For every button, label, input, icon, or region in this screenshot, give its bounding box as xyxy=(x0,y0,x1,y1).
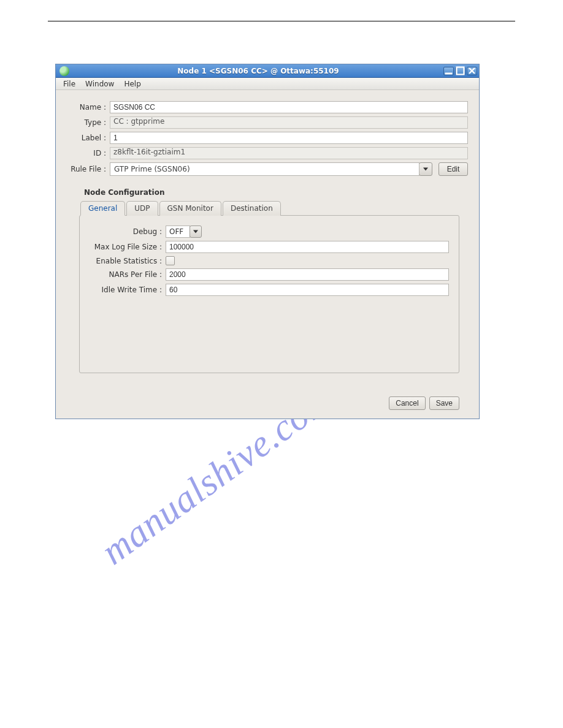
tab-udp[interactable]: UDP xyxy=(126,201,158,216)
maximize-button[interactable] xyxy=(455,67,465,75)
window-content: Name : Type : CC : gtpprime Label : ID :… xyxy=(56,90,479,419)
max-log-file-size-input[interactable] xyxy=(166,241,449,253)
menubar: File Window Help xyxy=(56,78,479,90)
window-title: Node 1 <SGSN06 CC> @ Ottawa:55109 xyxy=(73,67,443,75)
type-label: Type : xyxy=(67,118,110,127)
nars-per-file-input[interactable] xyxy=(166,268,449,281)
chevron-down-icon xyxy=(193,230,198,233)
nars-per-file-label: NARs Per File : xyxy=(90,270,166,279)
window-controls xyxy=(443,67,477,75)
chevron-down-icon xyxy=(423,167,428,171)
section-title-node-configuration: Node Configuration xyxy=(84,188,468,197)
debug-label: Debug : xyxy=(90,227,166,236)
minimize-button[interactable] xyxy=(443,67,454,75)
label-input[interactable] xyxy=(110,132,468,144)
row-type: Type : CC : gtpprime xyxy=(67,116,468,129)
svg-rect-0 xyxy=(445,73,453,75)
id-label: ID : xyxy=(67,149,110,157)
titlebar: Node 1 <SGSN06 CC> @ Ottawa:55109 xyxy=(56,64,479,78)
row-debug: Debug : OFF xyxy=(90,226,449,238)
tab-gsn-monitor[interactable]: GSN Monitor xyxy=(159,201,221,216)
tab-strip: General UDP GSN Monitor Destination xyxy=(80,200,468,215)
close-icon xyxy=(467,66,477,75)
debug-value: OFF xyxy=(166,226,190,238)
rule-file-dropdown-button[interactable] xyxy=(419,162,432,176)
row-label: Label : xyxy=(67,132,468,144)
menu-file[interactable]: File xyxy=(58,78,80,89)
tab-destination[interactable]: Destination xyxy=(223,201,281,216)
debug-combo[interactable]: OFF xyxy=(166,226,202,238)
menu-window[interactable]: Window xyxy=(80,78,119,89)
horizontal-rule xyxy=(48,21,515,21)
cancel-button[interactable]: Cancel xyxy=(389,396,425,410)
idle-write-time-input[interactable] xyxy=(166,284,449,296)
enable-statistics-checkbox[interactable] xyxy=(166,256,175,265)
close-button[interactable] xyxy=(467,67,477,75)
minimize-icon xyxy=(444,66,453,75)
tab-general[interactable]: General xyxy=(80,201,125,216)
maximize-icon xyxy=(456,66,465,75)
app-window: Node 1 <SGSN06 CC> @ Ottawa:55109 File W… xyxy=(55,64,480,419)
app-icon xyxy=(59,66,69,76)
id-value: z8kflt-16it-gztiaim1 xyxy=(110,147,468,159)
debug-dropdown-button[interactable] xyxy=(190,226,202,238)
row-id: ID : z8kflt-16it-gztiaim1 xyxy=(67,147,468,159)
row-name: Name : xyxy=(67,101,468,113)
footer-buttons: Cancel Save xyxy=(67,396,459,410)
rule-file-value: GTP Prime (SGSN06) xyxy=(114,165,190,173)
row-rule-file: Rule File : GTP Prime (SGSN06) Edit xyxy=(67,162,468,176)
enable-statistics-label: Enable Statistics : xyxy=(90,257,166,265)
menu-help[interactable]: Help xyxy=(119,78,145,89)
row-nars-per-file: NARs Per File : xyxy=(90,268,449,281)
svg-rect-1 xyxy=(457,67,464,75)
rule-file-label: Rule File : xyxy=(67,165,110,173)
edit-button[interactable]: Edit xyxy=(439,162,468,176)
save-button[interactable]: Save xyxy=(429,396,459,410)
row-enable-statistics: Enable Statistics : xyxy=(90,256,449,265)
idle-write-time-label: Idle Write Time : xyxy=(90,286,166,294)
rule-file-combo[interactable]: GTP Prime (SGSN06) xyxy=(110,162,419,176)
name-input[interactable] xyxy=(110,101,468,113)
label-label: Label : xyxy=(67,134,110,142)
max-log-file-size-label: Max Log File Size : xyxy=(90,243,166,251)
tab-panel-general: Debug : OFF Max Log File Size : Enable S… xyxy=(79,215,459,373)
row-idle-write-time: Idle Write Time : xyxy=(90,284,449,296)
row-max-log-file-size: Max Log File Size : xyxy=(90,241,449,253)
name-label: Name : xyxy=(67,103,110,112)
type-value: CC : gtpprime xyxy=(110,116,468,129)
